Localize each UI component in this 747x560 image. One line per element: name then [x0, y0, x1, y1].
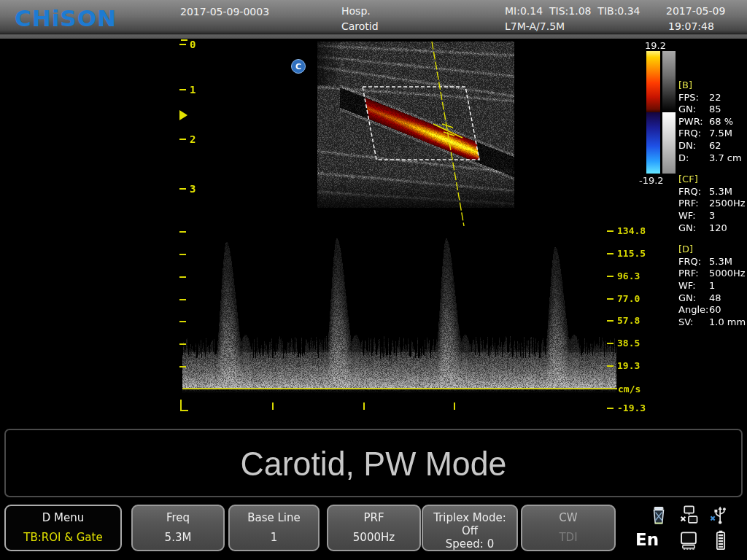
bmode-image-canvas: [317, 42, 514, 208]
colorbar-negative: [646, 112, 660, 174]
depth-mark: 1: [179, 84, 196, 96]
param-row: D:3.7 cm: [678, 152, 747, 165]
depth-mark: 0: [179, 39, 196, 50]
date-display: 2017-05-09: [666, 5, 725, 17]
battery-icon: [712, 529, 731, 551]
colorbar-min-label: -19.2: [639, 175, 664, 186]
focus-marker-icon: [179, 110, 187, 120]
time-axis-tick: [363, 402, 365, 410]
graybar-upper: [662, 51, 676, 112]
cw-tdi-button[interactable]: CW TDI: [521, 505, 616, 551]
velocity-label: 19.3: [607, 360, 640, 371]
hospital-label: Hosp.: [341, 5, 371, 17]
param-row: FPS:22: [678, 92, 747, 104]
d-menu-button[interactable]: D Menu TB:ROI & Gate: [4, 505, 122, 551]
param-row: FRQ:5.3M: [678, 186, 747, 198]
graybar-lower: [662, 112, 676, 174]
param-row: GN:48: [678, 292, 747, 305]
param-row: GN:85: [678, 104, 747, 116]
mode-banner-text: Carotid, PW Mode: [241, 443, 507, 483]
velocity-label: 38.5: [607, 338, 640, 349]
imaging-area: C 0 1 2 3 19.2 -19.2 [B] FPS:22 GN:85 PW…: [0, 39, 747, 429]
parameter-panel: [B] FPS:22 GN:85 PWR:68 % FRQ:7.5M DN:62…: [678, 79, 747, 328]
patient-id: 2017-05-09-0003: [180, 6, 269, 18]
param-row: PWR:68 %: [678, 116, 747, 128]
triplex-mode-button[interactable]: Triplex Mode: Off Speed: 0: [422, 505, 518, 551]
orientation-marker: C: [291, 59, 306, 74]
system-monitor-icon: [678, 531, 697, 553]
param-row: GN:120: [678, 222, 747, 235]
velocity-label: 115.5: [607, 248, 646, 259]
exam-preset: Carotid: [341, 20, 379, 32]
colorbar-max-label: 19.2: [645, 40, 666, 51]
velocity-label-negative: -19.3: [607, 402, 646, 413]
doppler-baseline: [182, 388, 617, 389]
param-row: DN:62: [678, 140, 747, 152]
ultrasound-screen: CHiSON 2017-05-09-0003 Hosp. Carotid MI:…: [0, 0, 747, 560]
mode-banner: Carotid, PW Mode: [4, 429, 743, 497]
velocity-unit: cm/s: [618, 384, 640, 394]
acoustic-indices: MI:0.14 TIS:1.08 TIB:0.34: [505, 5, 640, 17]
time-axis-tick: [454, 402, 455, 410]
colorbar-positive: [646, 51, 660, 112]
velocity-tick: [179, 254, 186, 255]
param-row: PRF:5000Hz: [678, 268, 747, 280]
b-mode-section-title: [B]: [678, 79, 747, 92]
probe-name: L7M-A/7.5M: [505, 20, 565, 32]
velocity-label: 134.8: [607, 225, 646, 236]
d-mode-section-title: [D]: [678, 244, 747, 256]
spectral-canvas: [182, 219, 616, 397]
velocity-tick: [179, 321, 186, 322]
prf-button[interactable]: PRF 5000Hz: [327, 505, 421, 551]
depth-mark: 2: [179, 133, 196, 145]
top-status-bar: CHiSON 2017-05-09-0003 Hosp. Carotid MI:…: [0, 0, 747, 39]
param-row: WF:3: [678, 210, 747, 222]
velocity-label: 77.0: [607, 293, 640, 304]
usb-icon: [709, 504, 728, 526]
color-flow-bar: [646, 51, 660, 174]
recycle-bin-icon: [649, 505, 668, 526]
velocity-tick: [179, 231, 186, 233]
time-display: 19:07:48: [668, 20, 714, 32]
baseline-button[interactable]: Base Line 1: [228, 505, 320, 551]
param-row: SV:1.0 mm: [678, 316, 747, 329]
param-row: FRQ:7.5M: [678, 128, 747, 140]
gray-map-bar: [662, 51, 676, 174]
freq-button[interactable]: Freq 5.3M: [131, 505, 225, 551]
network-disconnected-icon: [678, 505, 697, 526]
language-indicator[interactable]: En: [635, 530, 659, 549]
time-axis-tick: [272, 402, 274, 410]
velocity-tick: [179, 343, 186, 345]
param-row: FRQ:5.3M: [678, 256, 747, 268]
cf-mode-section-title: [CF]: [678, 174, 747, 186]
time-axis-origin-mark: [180, 400, 188, 411]
softkey-toolbar: D Menu TB:ROI & Gate Freq 5.3M Base Line…: [0, 500, 747, 560]
brand-logo: CHiSON: [15, 5, 117, 31]
param-row: WF:1: [678, 280, 747, 292]
velocity-tick: [179, 299, 186, 300]
velocity-tick: [179, 366, 186, 368]
velocity-label: 57.8: [607, 315, 640, 326]
param-row: PRF:2500Hz: [678, 198, 747, 210]
param-row: Angle:60: [678, 304, 747, 316]
depth-mark: 3: [179, 183, 196, 195]
velocity-label: 96.3: [607, 271, 640, 281]
velocity-tick: [179, 276, 186, 278]
